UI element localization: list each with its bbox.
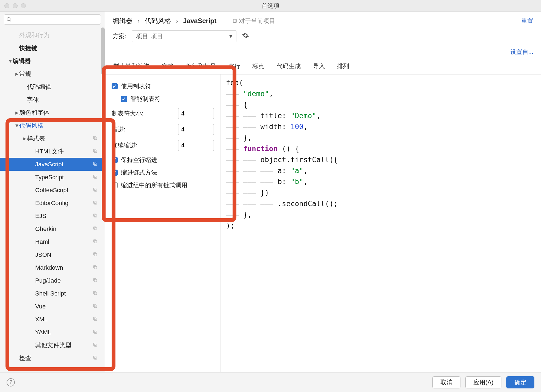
tree-item-label: XML (35, 316, 48, 323)
tab[interactable]: 换行和括号 (185, 59, 217, 74)
tree-item[interactable]: ▾编辑器 (0, 54, 105, 67)
minimize-dot[interactable] (13, 3, 18, 8)
tree-item[interactable]: Vue (0, 300, 105, 313)
ok-button[interactable]: 确定 (506, 376, 534, 388)
code-line: ——— }, (226, 132, 536, 143)
cont-indent-input[interactable] (178, 140, 214, 151)
tree-item-label: 代码编辑 (27, 83, 51, 91)
cancel-button[interactable]: 取消 (432, 376, 460, 388)
tree-item[interactable]: JSON (0, 248, 105, 261)
tree-item-label: Gherkin (35, 225, 56, 233)
tree-item-label: YAML (35, 329, 51, 336)
search-input[interactable] (12, 16, 98, 23)
keep-blank-row[interactable]: ✓ 保持空行缩进 (112, 156, 214, 164)
tree-item[interactable]: EJS (0, 209, 105, 222)
tree-item[interactable]: HTML文件 (0, 145, 105, 158)
tree-item[interactable]: Gherkin (0, 222, 105, 235)
svg-rect-2 (94, 137, 97, 140)
tree-item[interactable]: Shell Script (0, 287, 105, 300)
svg-rect-11 (93, 188, 96, 191)
tree-item[interactable]: EditorConfig (0, 197, 105, 209)
tree-item[interactable]: XML (0, 313, 105, 326)
window-controls (4, 3, 26, 8)
svg-rect-29 (93, 304, 96, 307)
tree-item[interactable]: TypeScript (0, 171, 105, 184)
chevron-down-icon: ▾ (8, 57, 13, 65)
smart-tabs-checkbox[interactable]: ✓ (121, 96, 127, 102)
breadcrumb-item[interactable]: 编辑器 (113, 16, 133, 25)
tabs: 制表符和缩进空格换行和括号空行标点代码生成导入排列 (105, 59, 541, 74)
tree-item[interactable]: 代码编辑 (0, 80, 105, 93)
tree-item-label: 检查 (19, 354, 31, 362)
tab-size-input[interactable] (178, 108, 214, 119)
tree-item[interactable]: 检查 (0, 352, 105, 365)
tab[interactable]: 排列 (336, 59, 350, 74)
apply-button[interactable]: 应用(A) (465, 376, 501, 388)
tab[interactable]: 空格 (161, 59, 174, 74)
code-line: ); (226, 220, 536, 231)
code-line: foo( (226, 77, 536, 88)
svg-line-1 (10, 20, 11, 21)
tab[interactable]: 代码生成 (276, 59, 301, 74)
tab[interactable]: 制表符和缩进 (113, 59, 150, 74)
copy-icon (93, 342, 98, 349)
svg-point-0 (7, 18, 10, 21)
code-line: ——— ——— object.firstCall({ (226, 154, 536, 165)
help-icon[interactable]: ? (7, 378, 15, 387)
breadcrumb-item[interactable]: 代码风格 (145, 16, 171, 25)
svg-rect-25 (93, 278, 96, 281)
tree-item[interactable]: ▸样式表 (0, 132, 105, 145)
smart-tabs-row[interactable]: ✓ 智能制表符 (121, 95, 214, 103)
scheme-value: 项目 (136, 32, 148, 40)
gear-icon[interactable] (242, 32, 249, 41)
tree-item[interactable]: ▸常规 (0, 67, 105, 80)
tree-item-label: Pug/Jade (35, 277, 61, 284)
copy-icon (93, 212, 98, 220)
tree-item[interactable]: JavaScript (0, 158, 105, 171)
tree-item[interactable]: YAML (0, 326, 105, 339)
tree-item[interactable]: ▸颜色和字体 (0, 106, 105, 119)
tab[interactable]: 空行 (228, 59, 241, 74)
use-tabs-row[interactable]: ✓ 使用制表符 (112, 82, 214, 90)
tree-item[interactable]: 外观和行为 (0, 29, 105, 42)
tab[interactable]: 导入 (312, 59, 325, 74)
code-line: ——— "demo", (226, 88, 536, 99)
close-dot[interactable] (4, 3, 9, 8)
copy-icon (93, 200, 98, 207)
tree-item-label: 外观和行为 (19, 31, 49, 39)
scheme-select[interactable]: 项目 项目 ▾ (132, 30, 236, 42)
chain-group-checkbox[interactable] (112, 182, 118, 188)
svg-rect-37 (93, 356, 96, 358)
tree-item[interactable]: 快捷键 (0, 42, 105, 54)
chain-indent-checkbox[interactable]: ✓ (112, 170, 118, 176)
use-tabs-checkbox[interactable]: ✓ (112, 83, 118, 89)
zoom-dot[interactable] (21, 3, 26, 8)
svg-rect-39 (234, 19, 236, 23)
chain-group-row[interactable]: 缩进组中的所有链式调用 (112, 181, 214, 189)
tree-item[interactable]: Pug/Jade (0, 274, 105, 287)
indent-input[interactable] (178, 124, 214, 135)
reset-link[interactable]: 重置 (521, 17, 533, 25)
svg-rect-21 (93, 253, 96, 255)
svg-rect-32 (94, 331, 97, 333)
tree-item[interactable]: ▾代码风格 (0, 119, 105, 132)
tree-item-label: JSON (35, 251, 51, 258)
tree-item[interactable]: CoffeeScript (0, 184, 105, 197)
keep-blank-checkbox[interactable]: ✓ (112, 157, 118, 163)
svg-rect-34 (94, 344, 97, 346)
svg-rect-8 (94, 176, 97, 178)
tree-item[interactable]: Markdown (0, 261, 105, 274)
chain-indent-row[interactable]: ✓ 缩进链式方法 (112, 169, 214, 177)
tree-item[interactable]: 字体 (0, 93, 105, 106)
breadcrumb-separator-icon: › (176, 17, 178, 25)
search-field[interactable] (4, 14, 101, 25)
copy-icon (93, 238, 98, 245)
tree-item[interactable]: 其他文件类型 (0, 339, 105, 352)
breadcrumb: 编辑器›代码风格›JavaScript 对于当前项目 重置 (105, 12, 541, 27)
chevron-down-icon: ▾ (229, 33, 232, 40)
svg-rect-10 (94, 189, 97, 191)
settings-tree[interactable]: 外观和行为快捷键▾编辑器▸常规代码编辑字体▸颜色和字体▾代码风格▸样式表HTML… (0, 27, 105, 372)
tree-item[interactable]: Haml (0, 235, 105, 248)
set-from-link[interactable]: 设置自... (510, 48, 533, 56)
tab[interactable]: 标点 (252, 59, 265, 74)
